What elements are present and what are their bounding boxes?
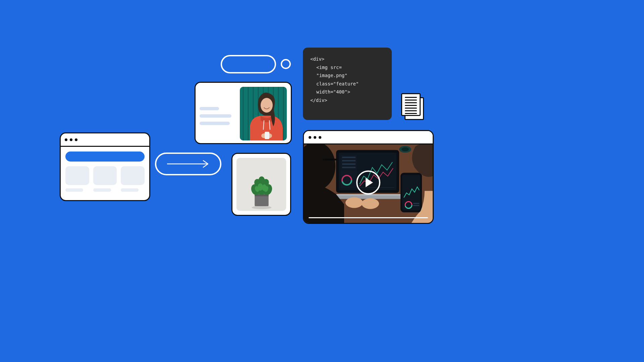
svg-rect-38 xyxy=(342,164,356,165)
thumb-item xyxy=(93,166,117,192)
document-stack-icon xyxy=(401,93,425,121)
document-page-front xyxy=(401,93,421,116)
svg-rect-37 xyxy=(342,160,356,162)
video-area xyxy=(304,144,433,223)
code-line: "image.png" xyxy=(310,71,384,80)
video-browser xyxy=(303,130,434,224)
code-line: class="feature" xyxy=(310,80,384,88)
play-triangle-icon xyxy=(366,178,373,187)
arrow-pill xyxy=(155,153,221,175)
svg-point-19 xyxy=(252,206,271,209)
content-photo xyxy=(240,87,287,140)
svg-rect-16 xyxy=(265,132,269,139)
browser-body xyxy=(61,147,149,196)
code-line: width="400"> xyxy=(310,88,384,96)
text-placeholder xyxy=(200,107,219,110)
svg-rect-36 xyxy=(342,157,356,158)
svg-rect-47 xyxy=(413,203,419,204)
doc-line xyxy=(405,100,417,101)
thumb-image-placeholder xyxy=(65,166,89,185)
doc-line xyxy=(405,113,417,114)
doc-line xyxy=(405,108,417,109)
play-button-icon xyxy=(356,170,380,194)
text-placeholder xyxy=(200,114,231,118)
window-dot-icon xyxy=(75,138,77,141)
svg-point-54 xyxy=(401,147,409,152)
svg-rect-39 xyxy=(342,167,356,168)
code-line: <img src= xyxy=(310,63,384,72)
text-placeholder xyxy=(200,122,230,125)
svg-point-11 xyxy=(261,98,273,113)
svg-rect-50 xyxy=(323,159,337,161)
svg-point-52 xyxy=(362,198,379,209)
window-dot-icon xyxy=(319,136,321,139)
window-titlebar xyxy=(61,133,149,147)
image-inner xyxy=(236,158,286,211)
window-dot-icon xyxy=(314,136,316,139)
thumb-text-placeholder xyxy=(65,188,83,192)
person-photo-illustration xyxy=(240,87,287,140)
thumb-text-placeholder xyxy=(121,188,139,192)
thumb-item xyxy=(65,166,89,192)
diagram-canvas: <div> <img src= "image.png" class="featu… xyxy=(0,0,507,285)
doc-line xyxy=(405,105,417,106)
toggle-knob-shape xyxy=(281,59,291,69)
window-dot-icon xyxy=(65,138,67,141)
hero-placeholder xyxy=(65,152,145,162)
image-card xyxy=(231,153,291,216)
content-text-column xyxy=(200,87,235,129)
doc-line xyxy=(405,97,417,98)
doc-line xyxy=(405,110,417,111)
content-card xyxy=(195,82,292,144)
plant-illustration xyxy=(236,158,286,211)
video-progress-bar xyxy=(309,217,428,218)
thumb-row xyxy=(65,166,145,192)
code-snippet-card: <div> <img src= "image.png" class="featu… xyxy=(303,48,392,120)
browser-wireframe xyxy=(60,132,150,201)
toggle-pill-shape xyxy=(221,55,276,73)
thumb-image-placeholder xyxy=(93,166,117,185)
window-dot-icon xyxy=(70,138,72,141)
code-line: <div> xyxy=(310,55,384,63)
thumb-item xyxy=(121,166,145,192)
doc-line xyxy=(405,102,417,103)
svg-point-51 xyxy=(345,197,363,208)
thumb-text-placeholder xyxy=(93,188,111,192)
code-line: </div> xyxy=(310,96,384,105)
thumb-image-placeholder xyxy=(121,166,145,185)
window-titlebar xyxy=(304,131,433,144)
arrow-right-icon xyxy=(166,160,210,168)
window-dot-icon xyxy=(309,136,311,139)
svg-rect-48 xyxy=(413,205,419,206)
